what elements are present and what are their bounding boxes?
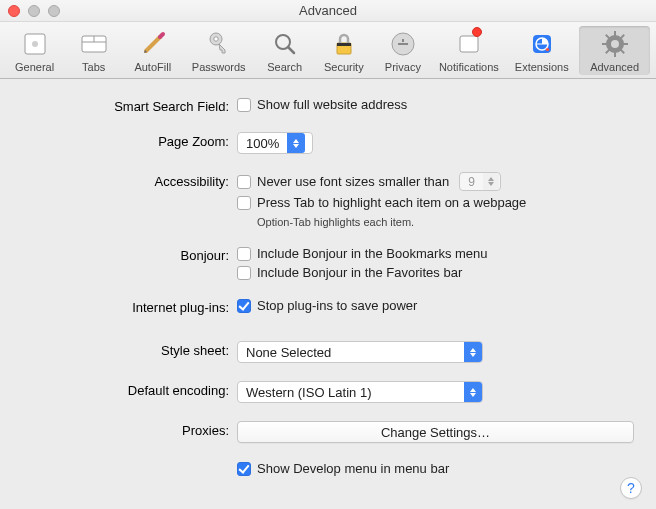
tab-notifications[interactable]: Notifications — [433, 26, 504, 75]
svg-rect-21 — [623, 43, 628, 45]
tab-passwords[interactable]: Passwords — [183, 26, 254, 75]
stepper-icon — [483, 173, 499, 190]
accessibility-label: Accessibility: — [22, 172, 237, 189]
svg-point-1 — [32, 41, 38, 47]
tab-tabs[interactable]: Tabs — [65, 26, 122, 75]
bonjour-label: Bonjour: — [22, 246, 237, 263]
svg-rect-23 — [605, 49, 610, 54]
page-zoom-select[interactable]: 100% — [237, 132, 313, 154]
stylesheet-select[interactable]: None Selected — [237, 341, 483, 363]
general-icon — [20, 29, 50, 59]
stop-plugins-checkbox[interactable] — [237, 299, 251, 313]
tab-privacy[interactable]: Privacy — [374, 26, 431, 75]
minimize-window-button[interactable] — [28, 5, 40, 17]
stepper-icon — [464, 342, 482, 362]
smart-search-label: Smart Search Field: — [22, 97, 237, 114]
bonjour-favorites-label: Include Bonjour in the Favorites bar — [257, 265, 462, 280]
min-font-checkbox[interactable] — [237, 175, 251, 189]
notification-icon — [454, 29, 484, 59]
tab-extensions[interactable]: Extensions — [506, 26, 577, 75]
privacy-icon — [388, 29, 418, 59]
svg-point-16 — [546, 48, 549, 51]
extensions-icon — [527, 29, 557, 59]
tab-advanced[interactable]: Advanced — [579, 26, 650, 75]
svg-point-26 — [611, 40, 619, 48]
tab-search[interactable]: Search — [256, 26, 313, 75]
zoom-window-button[interactable] — [48, 5, 60, 17]
stylesheet-label: Style sheet: — [22, 341, 237, 358]
page-zoom-label: Page Zoom: — [22, 132, 237, 149]
stop-plugins-label: Stop plug-ins to save power — [257, 298, 417, 313]
search-icon — [270, 29, 300, 59]
proxies-label: Proxies: — [22, 421, 237, 438]
show-full-url-checkbox[interactable] — [237, 98, 251, 112]
press-tab-checkbox[interactable] — [237, 196, 251, 210]
preferences-toolbar: General Tabs AutoFill Passwords Search — [0, 22, 656, 79]
min-font-label: Never use font sizes smaller than — [257, 174, 449, 189]
key-icon — [204, 29, 234, 59]
advanced-pane: Smart Search Field: Show full website ad… — [0, 79, 656, 492]
bonjour-bookmarks-checkbox[interactable] — [237, 247, 251, 261]
tab-general[interactable]: General — [6, 26, 63, 75]
show-develop-menu-checkbox[interactable] — [237, 462, 251, 476]
stepper-icon — [287, 133, 305, 153]
svg-rect-19 — [614, 52, 616, 57]
lock-icon — [329, 29, 359, 59]
svg-rect-24 — [605, 34, 610, 39]
svg-rect-10 — [337, 43, 351, 46]
show-full-url-label: Show full website address — [257, 97, 407, 112]
window-titlebar: Advanced — [0, 0, 656, 22]
encoding-label: Default encoding: — [22, 381, 237, 398]
bonjour-favorites-checkbox[interactable] — [237, 266, 251, 280]
svg-line-8 — [288, 47, 294, 53]
bonjour-bookmarks-label: Include Bonjour in the Bookmarks menu — [257, 246, 488, 261]
svg-rect-22 — [620, 34, 625, 39]
window-title: Advanced — [0, 3, 656, 18]
tab-autofill[interactable]: AutoFill — [124, 26, 181, 75]
svg-rect-20 — [602, 43, 607, 45]
press-tab-hint: Option-Tab highlights each item. — [237, 216, 634, 228]
show-develop-menu-label: Show Develop menu in menu bar — [257, 461, 449, 476]
svg-rect-25 — [620, 49, 625, 54]
encoding-select[interactable]: Western (ISO Latin 1) — [237, 381, 483, 403]
svg-point-6 — [214, 37, 218, 41]
plugins-label: Internet plug-ins: — [22, 298, 237, 315]
close-window-button[interactable] — [8, 5, 20, 17]
press-tab-label: Press Tab to highlight each item on a we… — [257, 195, 526, 210]
help-button[interactable]: ? — [620, 477, 642, 499]
autofill-icon — [138, 29, 168, 59]
tabs-icon — [79, 29, 109, 59]
svg-rect-18 — [614, 31, 616, 36]
min-font-size-select[interactable]: 9 — [459, 172, 501, 191]
tab-security[interactable]: Security — [315, 26, 372, 75]
gear-icon — [600, 29, 630, 59]
stepper-icon — [464, 382, 482, 402]
svg-rect-12 — [460, 36, 478, 52]
change-settings-button[interactable]: Change Settings… — [237, 421, 634, 443]
